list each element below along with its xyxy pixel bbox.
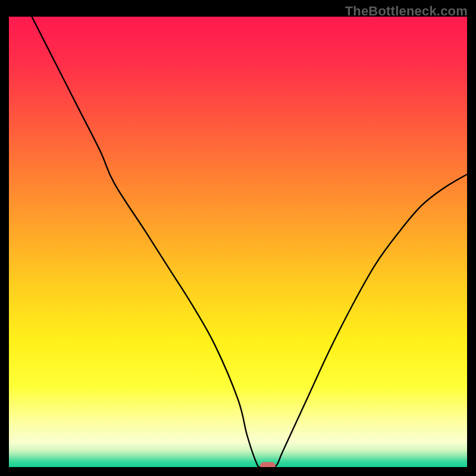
bottleneck-curve — [9, 17, 467, 467]
chart-frame: TheBottleneck.com — [0, 0, 476, 476]
plot-area — [9, 17, 467, 467]
optimal-marker — [260, 462, 275, 467]
